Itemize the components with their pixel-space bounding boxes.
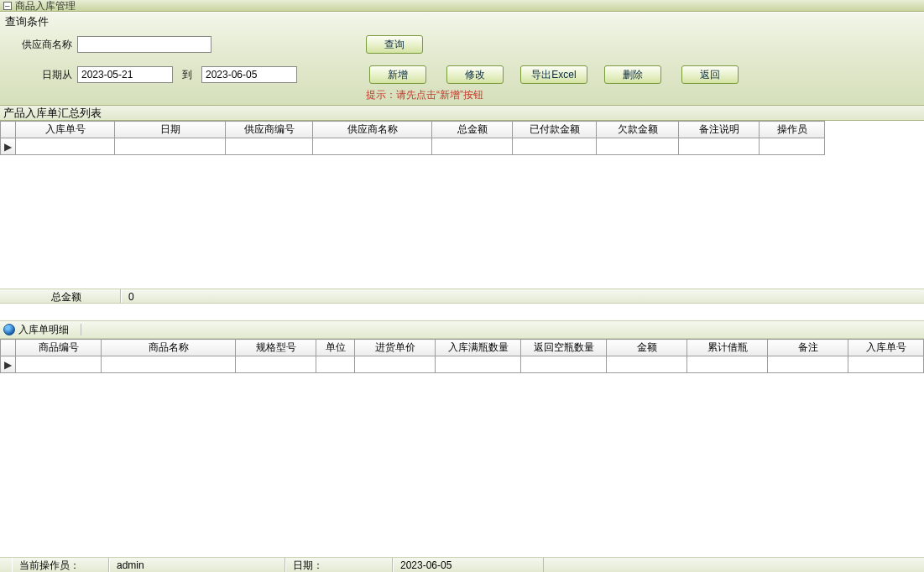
cell[interactable] [597, 138, 679, 155]
cell[interactable] [848, 356, 924, 373]
totals-value: 0 [121, 289, 289, 303]
window-titlebar: 商品入库管理 [0, 0, 924, 12]
column-header[interactable]: 总金额 [432, 122, 513, 138]
column-header[interactable]: 欠款金额 [597, 122, 679, 138]
status-operator-value: admin [109, 558, 285, 572]
row-indicator-header [1, 340, 16, 356]
totals-label: 总金额 [12, 289, 121, 303]
column-header[interactable]: 已付款金额 [513, 122, 597, 138]
cell[interactable] [679, 138, 760, 155]
status-date-value: 2023-06-05 [393, 558, 544, 572]
column-header[interactable]: 入库满瓶数量 [436, 340, 521, 356]
column-header[interactable]: 入库单号 [848, 340, 924, 356]
add-button[interactable]: 新增 [369, 65, 426, 84]
table-row[interactable]: ▶ [1, 138, 825, 155]
edit-button[interactable]: 修改 [446, 65, 504, 84]
cell[interactable] [236, 356, 316, 373]
window-icon [3, 2, 12, 10]
column-header[interactable]: 商品名称 [102, 340, 236, 356]
cell[interactable] [115, 138, 226, 155]
summary-title: 产品入库单汇总列表 [0, 106, 924, 121]
query-section-title: 查询条件 [5, 14, 919, 29]
supplier-name-label: 供应商名称 [5, 38, 72, 52]
cell[interactable] [226, 138, 313, 155]
column-header[interactable]: 入库单号 [16, 122, 115, 138]
cell[interactable] [436, 356, 521, 373]
table-row[interactable]: ▶ [1, 356, 924, 373]
totals-bar: 总金额 0 [0, 289, 924, 304]
date-to-label: 到 [178, 68, 196, 82]
status-operator-label: 当前操作员： [12, 558, 109, 572]
column-header[interactable]: 累计借瓶 [687, 340, 768, 356]
query-panel: 查询条件 供应商名称 查询 日期从 到 新增 修改 导出Excel 删除 返回 … [0, 12, 924, 106]
back-button[interactable]: 返回 [681, 65, 739, 84]
row-indicator: ▶ [1, 138, 16, 155]
cell[interactable] [313, 138, 432, 155]
cell[interactable] [513, 138, 597, 155]
detail-grid[interactable]: 商品编号商品名称规格型号单位进货单价入库满瓶数量返回空瓶数量金额累计借瓶备注入库… [0, 339, 924, 373]
detail-title: 入库单明细 [18, 323, 69, 337]
delete-button[interactable]: 删除 [604, 65, 661, 84]
query-button[interactable]: 查询 [366, 35, 423, 54]
date-from-input[interactable] [77, 66, 173, 83]
column-header[interactable]: 操作员 [760, 122, 825, 138]
supplier-name-input[interactable] [77, 36, 211, 53]
export-excel-button[interactable]: 导出Excel [520, 65, 587, 84]
column-header[interactable]: 供应商编号 [226, 122, 313, 138]
column-header[interactable]: 商品编号 [16, 340, 102, 356]
detail-header: 入库单明细 [0, 320, 924, 339]
summary-grid-wrap: 入库单号日期供应商编号供应商名称总金额已付款金额欠款金额备注说明操作员 ▶ [0, 121, 924, 289]
cell[interactable] [316, 356, 355, 373]
column-header[interactable]: 备注 [768, 340, 848, 356]
cell[interactable] [432, 138, 513, 155]
column-header[interactable]: 规格型号 [236, 340, 316, 356]
cell[interactable] [16, 138, 115, 155]
date-from-label: 日期从 [5, 68, 72, 82]
column-header[interactable]: 进货单价 [355, 340, 436, 356]
globe-icon [3, 324, 15, 335]
column-header[interactable]: 返回空瓶数量 [521, 340, 607, 356]
window-title: 商品入库管理 [15, 0, 76, 12]
row-indicator: ▶ [1, 356, 16, 373]
cell[interactable] [768, 356, 848, 373]
hint-text: 提示：请先点击“新增”按钮 [366, 88, 919, 102]
status-date-label: 日期： [285, 558, 393, 572]
column-header[interactable]: 供应商名称 [313, 122, 432, 138]
cell[interactable] [607, 356, 687, 373]
cell[interactable] [102, 356, 236, 373]
status-bar: 当前操作员： admin 日期： 2023-06-05 [0, 557, 924, 572]
date-to-input[interactable] [201, 66, 297, 83]
column-header[interactable]: 备注说明 [679, 122, 760, 138]
column-header[interactable]: 金额 [607, 340, 687, 356]
cell[interactable] [16, 356, 102, 373]
cell[interactable] [760, 138, 825, 155]
cell[interactable] [355, 356, 436, 373]
column-header[interactable]: 单位 [316, 340, 355, 356]
summary-grid[interactable]: 入库单号日期供应商编号供应商名称总金额已付款金额欠款金额备注说明操作员 ▶ [0, 121, 825, 155]
detail-grid-wrap: 商品编号商品名称规格型号单位进货单价入库满瓶数量返回空瓶数量金额累计借瓶备注入库… [0, 339, 924, 532]
cell[interactable] [521, 356, 607, 373]
row-indicator-header [1, 122, 16, 138]
cell[interactable] [687, 356, 768, 373]
column-header[interactable]: 日期 [115, 122, 226, 138]
